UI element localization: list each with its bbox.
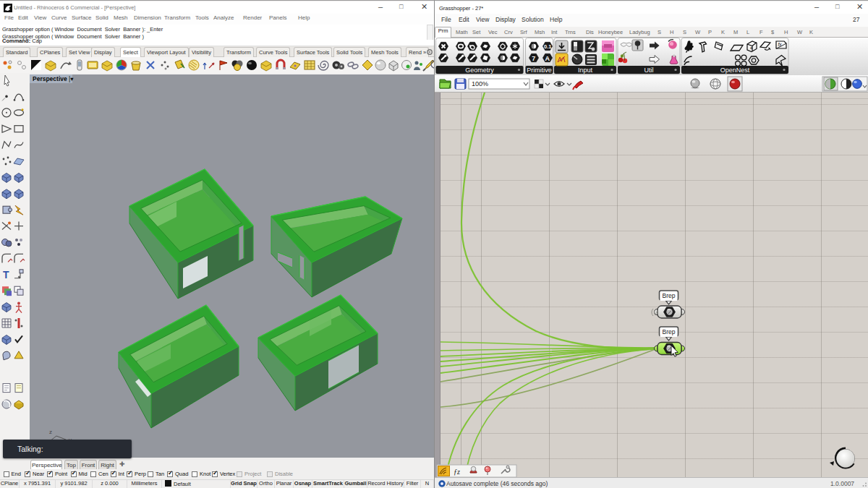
svg-text:Brep: Brep [663,328,676,335]
svg-text:ƒz: ƒz [454,468,460,476]
svg-text:100%: 100% [472,80,488,87]
svg-text:0.1: 0.1 [544,43,551,50]
svg-text:7: 7 [532,55,535,62]
svg-text:z: z [49,429,52,435]
svg-text:Brep: Brep [663,292,676,299]
svg-text:Geometry: Geometry [465,67,494,74]
svg-text:T: T [3,269,9,281]
svg-text:A: A [545,55,550,62]
svg-text:OpenNest: OpenNest [720,67,750,74]
svg-text:Util: Util [644,67,654,74]
svg-text:Input: Input [578,67,593,74]
